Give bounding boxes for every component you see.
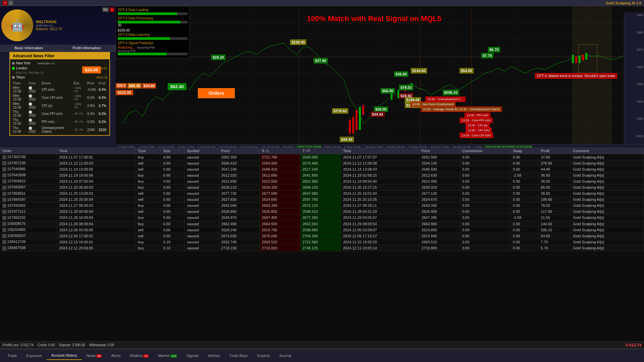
td-order: 157654822: [0, 178, 57, 184]
ev-event: Unemployment Claims: [40, 126, 72, 134]
td-symbol: xauusd: [185, 233, 219, 239]
td-size: 0.60: [161, 215, 185, 221]
orders-button[interactable]: Orders: [198, 88, 235, 98]
td-order: 157305789: [0, 154, 57, 160]
app-close[interactable]: × −: [3, 1, 13, 5]
panel-close[interactable]: ×: [110, 7, 114, 12]
td-time: 2024.11.25 13:00:03: [57, 190, 136, 196]
minimize-button[interactable]: −: [8, 1, 13, 5]
newyork-label: New York: [16, 61, 36, 65]
profit-info-tab[interactable]: Profit Information: [58, 45, 116, 51]
ev-fcst: 2.7%: [97, 102, 108, 110]
td-symbol: xauusd: [185, 245, 219, 251]
tab-journal[interactable]: Journal: [274, 352, 296, 360]
td-price: 2662.490: [219, 221, 260, 227]
col-time: Time: [57, 148, 136, 154]
td-sl: 2623.550: [260, 178, 300, 184]
td-sl: 2675.040: [260, 233, 300, 239]
tab-mailbox[interactable]: Mailbox31: [125, 352, 154, 360]
td-size: 0.60: [161, 154, 185, 160]
td-sl: 2626.850: [260, 208, 300, 215]
td-close-time: 2024.11.20 15:27:15: [341, 184, 419, 190]
market-badge: 110: [170, 354, 177, 358]
td-order: 157884397: [0, 196, 57, 202]
tab-trade[interactable]: Trade: [3, 352, 21, 360]
td-sl: 2639.330: [260, 184, 300, 190]
london-time: 16:37: [100, 67, 107, 70]
td-profit: 506.10: [539, 227, 571, 233]
td-time: 2024.11.07 17:00:01: [57, 154, 136, 160]
table-row: 157457236 2024.11.12 11:00:03 sell 0.60 …: [0, 160, 644, 166]
td-profit: 189.60: [539, 196, 571, 202]
td-tp: 2597.790: [300, 196, 341, 202]
td-type: sell: [136, 233, 161, 239]
tab-market[interactable]: Market110: [153, 352, 182, 360]
price-display-33: $33.00: [82, 66, 101, 73]
price-37-80: $37.80: [314, 58, 328, 63]
td-size: 0.60: [161, 208, 185, 215]
tab-articles[interactable]: Articles: [203, 352, 225, 360]
bottom-status: Profit/Loss: 3 012.74 Credit: 0.00 Depos…: [0, 341, 644, 349]
td-price: 2628.860: [219, 208, 260, 215]
price-7-70: $7.70: [481, 53, 493, 58]
ev-prev: 0.2%: [86, 94, 97, 102]
news-filter-header: Advanced News Filter: [10, 53, 109, 59]
session-tokyo: Tokyo 5012.74: [11, 75, 108, 80]
ev-event: Core PPI m/m: [40, 110, 72, 118]
ev-event: Core CPI m/m: [40, 94, 72, 102]
td-sl: 2594.060: [260, 160, 300, 166]
loading-bar: [118, 12, 187, 15]
ev-currency: ⬤ USD: [27, 102, 40, 110]
td-tp: 2598.680: [300, 227, 341, 233]
td-price: 2674.030: [219, 233, 260, 239]
td-tp: 2704.330: [300, 233, 341, 239]
td-close-time: 2024.12.06 03:09:07: [341, 227, 419, 233]
td-profit: 54.60: [539, 233, 571, 239]
tab-experts[interactable]: Experts: [253, 352, 274, 360]
td-type: buy: [136, 221, 161, 227]
tab-account-history[interactable]: Account History: [47, 351, 82, 360]
td-tp: 2748.125: [300, 245, 341, 251]
tab-news[interactable]: News99: [82, 352, 107, 360]
table-row: 158467598 2024.12.11 20:00:05 buy 0.10 x…: [0, 245, 644, 251]
total-profit: 5 012.74: [626, 343, 641, 348]
event-core-cpi: 13:30 - Core CPI m/m: [460, 133, 493, 138]
data-table-wrapper[interactable]: Order Time Type Size Symbol Price S / L …: [0, 147, 644, 349]
tokyo-dot: [12, 76, 15, 79]
td-symbol: xauusd: [185, 172, 219, 178]
td-symbol: xauusd: [185, 227, 219, 233]
col-est: Est.: [72, 81, 86, 85]
td-order: 157858551: [0, 190, 57, 196]
td-time: 2024.11.20 06:00:03: [57, 184, 136, 190]
tab-alerts[interactable]: Alerts: [106, 352, 125, 360]
td-price: 2627.830: [219, 196, 260, 202]
col-curr: Curr.: [27, 81, 40, 85]
close-button[interactable]: ×: [3, 1, 7, 5]
table-row: 157693067 2024.11.20 06:00:03 buy 0.60 x…: [0, 184, 644, 190]
price-36-60: $36.60: [394, 71, 408, 77]
td-symbol: xauusd: [185, 208, 219, 215]
event-row: Thu 13:30 ⬤ USD Core PPI m/m -3h-7m 0.3%…: [11, 110, 108, 118]
credit-label: Credit: 0.00: [38, 343, 55, 347]
td-size: 0.60: [161, 221, 185, 227]
gpt-processing: GPT-4 Data Processing 30: [118, 16, 187, 27]
tab-signals[interactable]: Signals: [182, 352, 203, 360]
tab-codebase[interactable]: Code Base: [225, 352, 252, 360]
td-close-price: 2612.630: [419, 172, 460, 178]
td-tp: 2672.120: [300, 202, 341, 208]
td-swap: 0.00: [511, 245, 538, 251]
ev-fcst: 0.2%: [97, 110, 108, 118]
td-price: 2692.350: [219, 154, 260, 160]
ev-est: -3h-7m: [72, 110, 86, 118]
td-price: 2612.020: [219, 172, 260, 178]
ev-prev: -0.3%: [86, 85, 97, 94]
svg-rect-23: [391, 93, 392, 100]
td-close-time: 2024.11.28 04:31:29: [341, 208, 419, 215]
td-size: 0.60: [161, 166, 185, 172]
basic-info-tab[interactable]: Basic Information: [0, 45, 58, 51]
ev-event: CPI y/y: [40, 102, 72, 110]
table-row: 157858551 2024.11.25 13:00:03 sell 0.60 …: [0, 190, 644, 196]
td-sl: 2647.400: [260, 215, 300, 221]
tab-exposure[interactable]: Exposure: [21, 352, 46, 360]
bottom-panel: Trade Exposure Account History News99 Al…: [0, 349, 644, 362]
